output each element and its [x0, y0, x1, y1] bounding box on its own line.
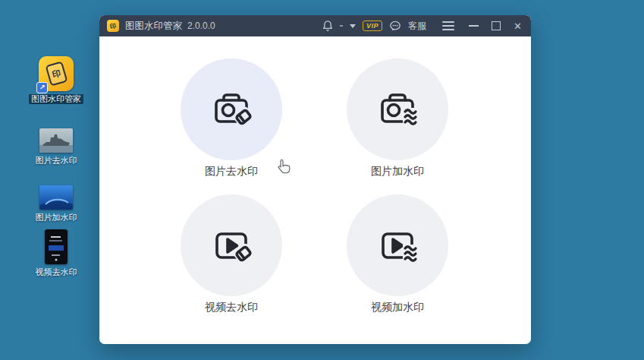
desktop-icon-image-add[interactable]: 图片加水印 — [32, 185, 80, 223]
video-thumbnail — [45, 229, 68, 264]
window-title: 图图水印管家 — [125, 20, 182, 33]
feature-image-remove-watermark[interactable]: 图片去水印 — [171, 58, 292, 178]
feature-label: 图片加水印 — [371, 165, 424, 178]
camera-waves-icon — [373, 85, 422, 134]
feature-circle[interactable] — [181, 194, 282, 296]
minimize-button[interactable] — [469, 25, 479, 27]
feature-circle[interactable] — [347, 58, 448, 160]
desktop-icon-image-remove[interactable]: 图片去水印 — [32, 128, 80, 166]
account-separator — [340, 25, 343, 27]
desktop-icon-label: 视频去水印 — [33, 267, 80, 277]
maximize-button[interactable] — [492, 21, 501, 30]
desktop-icon-watermark-app[interactable]: 印 ↗ 图图水印管家 — [32, 56, 80, 104]
feature-circle[interactable] — [181, 58, 282, 160]
feature-label: 视频去水印 — [205, 301, 258, 314]
app-version: 2.0.0.0 — [187, 21, 215, 31]
titlebar[interactable]: 印 图图水印管家 2.0.0.0 VIP 客服 ✕ — [99, 15, 531, 36]
chevron-down-icon[interactable] — [350, 24, 356, 28]
bell-icon[interactable] — [322, 20, 333, 32]
video-erase-icon — [207, 221, 256, 270]
feature-circle[interactable] — [347, 194, 448, 296]
desktop-icon-video-remove[interactable]: 视频去水印 — [32, 229, 80, 277]
desktop-icon-label: 图片加水印 — [33, 213, 80, 223]
feature-video-remove-watermark[interactable]: 视频去水印 — [171, 194, 292, 314]
video-waves-icon — [373, 221, 422, 270]
camera-erase-icon — [207, 85, 256, 134]
ship-photo-thumbnail — [39, 128, 73, 153]
feature-label: 图片去水印 — [205, 165, 258, 178]
app-logo-icon: 印 — [107, 20, 119, 32]
support-label[interactable]: 客服 — [408, 20, 426, 33]
chat-bubble-icon[interactable] — [389, 21, 401, 32]
desktop-icon-label: 图片去水印 — [33, 156, 80, 166]
vip-badge[interactable]: VIP — [363, 21, 382, 31]
close-button[interactable]: ✕ — [514, 21, 522, 31]
feature-image-add-watermark[interactable]: 图片加水印 — [337, 58, 458, 178]
app-window: 印 图图水印管家 2.0.0.0 VIP 客服 ✕ — [99, 15, 531, 344]
watermark-app-icon: 印 ↗ — [39, 56, 74, 91]
desktop-icon-label: 图图水印管家 — [29, 94, 83, 104]
shortcut-arrow-icon: ↗ — [36, 82, 48, 93]
stamp-glyph: 印 — [45, 61, 68, 86]
feature-video-add-watermark[interactable]: 视频加水印 — [337, 194, 458, 314]
feature-label: 视频加水印 — [371, 301, 424, 314]
blue-photo-thumbnail — [39, 185, 73, 210]
menu-icon[interactable] — [442, 21, 454, 30]
